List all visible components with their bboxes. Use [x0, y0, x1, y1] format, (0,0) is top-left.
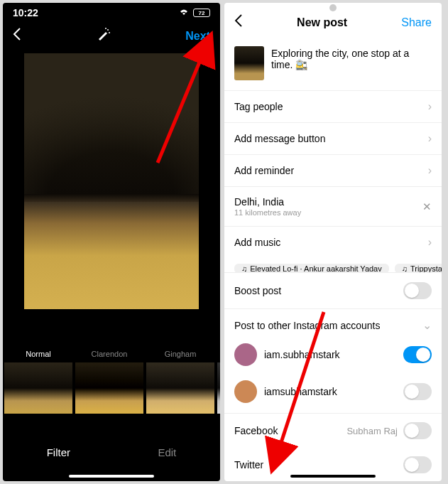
- svg-point-2: [105, 28, 106, 29]
- facebook-toggle[interactable]: [403, 422, 432, 439]
- tab-filter[interactable]: Filter: [47, 446, 70, 458]
- status-bar: 10:22 72: [3, 3, 220, 20]
- account-row: iamsubhamstark: [224, 373, 442, 414]
- add-music-row[interactable]: Add music›: [224, 227, 442, 258]
- tag-people-row[interactable]: Tag people›: [224, 91, 442, 123]
- svg-point-0: [107, 29, 109, 31]
- add-reminder-row[interactable]: Add reminder›: [224, 155, 442, 187]
- music-note-icon: ♫: [402, 264, 408, 273]
- chevron-right-icon: ›: [428, 164, 432, 177]
- account-toggle[interactable]: [403, 383, 432, 400]
- filter-gingham[interactable]: Gingham: [146, 350, 214, 421]
- filter-moon[interactable]: M: [217, 350, 220, 421]
- twitter-toggle[interactable]: [403, 456, 432, 473]
- magic-wand-icon[interactable]: [97, 27, 111, 45]
- music-chip[interactable]: ♫Trippystan: [395, 264, 442, 273]
- page-title: New post: [297, 16, 347, 29]
- location-name: Delhi, India: [234, 196, 301, 208]
- back-icon[interactable]: [13, 28, 21, 44]
- chevron-right-icon: ›: [428, 132, 432, 145]
- share-facebook-row: FacebookSubham Raj: [224, 414, 442, 448]
- avatar: [234, 380, 257, 403]
- new-post-screen: New post Share Exploring the city, one s…: [224, 3, 442, 481]
- front-camera: [329, 4, 337, 11]
- account-row: iam.subhamstark: [224, 336, 442, 373]
- other-accounts-header[interactable]: Post to other Instagram accounts⌄: [224, 309, 442, 336]
- add-message-row[interactable]: Add message button›: [224, 123, 442, 155]
- clear-location-icon[interactable]: ✕: [422, 200, 432, 213]
- bottom-tabs: Filter Edit: [3, 436, 220, 468]
- caption-input[interactable]: Exploring the city, one stop at a time. …: [271, 46, 432, 80]
- chevron-right-icon: ›: [428, 236, 432, 249]
- chevron-down-icon: ⌄: [422, 318, 432, 332]
- music-chip[interactable]: ♫Elevated Lo-fi · Ankur aakarshit Yadav: [234, 264, 389, 273]
- next-button[interactable]: Next: [185, 30, 210, 43]
- photo-preview[interactable]: [24, 53, 199, 309]
- status-time: 10:22: [13, 7, 38, 18]
- boost-toggle[interactable]: [403, 282, 432, 299]
- location-distance: 11 kilometres away: [234, 208, 301, 217]
- account-toggle[interactable]: [403, 346, 432, 363]
- filter-clarendon[interactable]: Clarendon: [75, 350, 143, 421]
- home-indicator[interactable]: [290, 475, 376, 478]
- filter-strip[interactable]: Normal Clarendon Gingham M: [3, 350, 220, 421]
- svg-point-1: [109, 32, 110, 33]
- music-chips: ♫Elevated Lo-fi · Ankur aakarshit Yadav …: [224, 258, 442, 273]
- tab-edit[interactable]: Edit: [158, 446, 176, 458]
- filter-normal[interactable]: Normal: [4, 350, 72, 421]
- music-note-icon: ♫: [241, 264, 247, 273]
- share-button[interactable]: Share: [401, 16, 432, 29]
- caption-row[interactable]: Exploring the city, one stop at a time. …: [224, 39, 442, 91]
- post-thumbnail[interactable]: [234, 46, 264, 80]
- avatar: [234, 343, 257, 366]
- boost-post-row: Boost post: [224, 273, 442, 309]
- location-row[interactable]: Delhi, India11 kilometres away ✕: [224, 187, 442, 227]
- nav-bar: Next: [3, 20, 220, 50]
- account-name: iamsubhamstark: [264, 386, 337, 397]
- home-indicator[interactable]: [69, 475, 154, 478]
- back-icon[interactable]: [234, 14, 243, 31]
- account-name: iam.subhamstark: [264, 349, 340, 360]
- battery-icon: 72: [193, 9, 210, 17]
- wifi-icon: [178, 7, 190, 18]
- chevron-right-icon: ›: [428, 100, 432, 113]
- filter-screen: 10:22 72 Next Normal Clarendon Gingham M…: [3, 3, 220, 481]
